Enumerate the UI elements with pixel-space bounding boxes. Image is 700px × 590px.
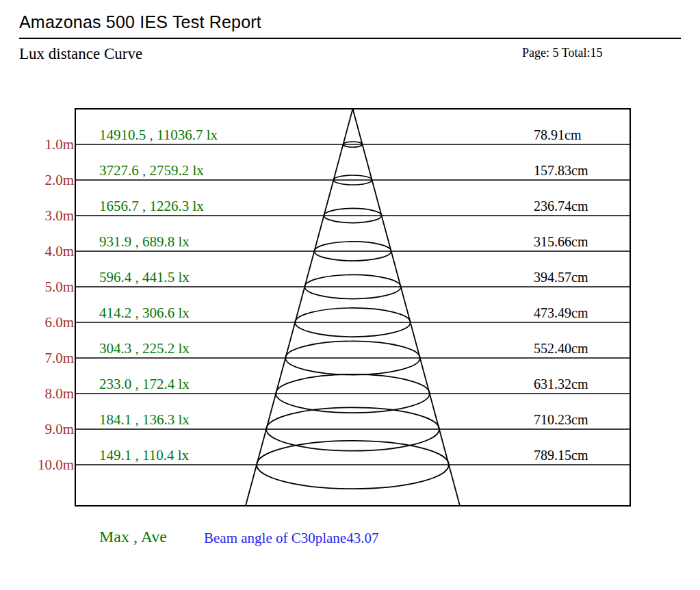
spot-diameter-label: 157.83cm (534, 162, 588, 179)
distance-label: 6.0m (44, 313, 74, 331)
lux-value-label: 596.4 , 441.5 lx (99, 269, 190, 285)
spot-diameter-label: 631.32cm (534, 376, 588, 392)
max-ave-legend: Max , Ave (99, 528, 167, 546)
spot-diameter-label: 236.74cm (534, 198, 588, 214)
spot-diameter-label: 710.23cm (534, 411, 588, 428)
lux-value-label: 1656.7 , 1226.3 lx (99, 198, 204, 214)
page-title: Amazonas 500 IES Test Report (19, 12, 261, 32)
distance-label: 4.0m (44, 242, 74, 260)
lux-value-label: 233.0 , 172.4 lx (99, 376, 190, 392)
distance-label: 7.0m (44, 349, 74, 367)
beam-angle-label: Beam angle of C30plane43.07 (204, 530, 378, 547)
lux-value-label: 184.1 , 136.3 lx (99, 411, 190, 428)
lux-value-label: 14910.5 , 11036.7 lx (99, 127, 218, 143)
spot-diameter-label: 473.49cm (534, 305, 588, 321)
lux-value-label: 304.3 , 225.2 lx (99, 340, 190, 357)
chart-title: Lux distance Curve (19, 45, 142, 63)
distance-label: 10.0m (38, 456, 74, 474)
distance-label: 8.0m (44, 385, 74, 402)
distance-label: 1.0m (44, 136, 74, 153)
lux-value-label: 149.1 , 110.4 lx (99, 447, 189, 463)
page-number: Page: 5 Total:15 (522, 46, 602, 60)
lux-value-label: 931.9 , 689.8 lx (99, 233, 190, 250)
ies-report-page: Amazonas 500 IES Test Report Lux distanc… (0, 0, 700, 590)
distance-label: 3.0m (44, 207, 74, 225)
spot-diameter-label: 394.57cm (534, 269, 588, 285)
lux-value-label: 3727.6 , 2759.2 lx (99, 162, 204, 179)
distance-label: 9.0m (44, 420, 74, 438)
distance-label: 5.0m (44, 278, 74, 296)
spot-diameter-label: 78.91cm (534, 127, 581, 143)
spot-diameter-label: 789.15cm (534, 447, 588, 463)
distance-label: 2.0m (44, 171, 74, 189)
spot-diameter-label: 552.40cm (534, 340, 588, 357)
spot-diameter-label: 315.66cm (534, 233, 588, 250)
lux-value-label: 414.2 , 306.6 lx (99, 305, 190, 321)
title-divider (19, 38, 681, 39)
